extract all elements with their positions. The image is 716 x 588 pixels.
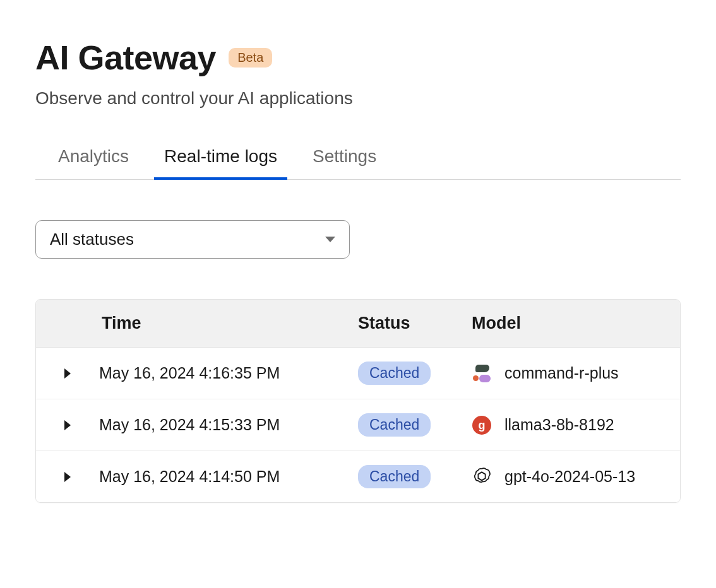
cohere-icon: [472, 363, 492, 384]
cell-time: May 16, 2024 4:15:33 PM: [99, 416, 358, 434]
status-badge: Cached: [358, 362, 431, 385]
column-header-model: Model: [472, 314, 680, 333]
chevron-down-icon: [325, 237, 335, 242]
openai-icon: [472, 467, 492, 487]
status-badge: Cached: [358, 465, 431, 488]
column-header-time: Time: [99, 314, 358, 333]
table-row: May 16, 2024 4:15:33 PM Cached g llama3-…: [36, 399, 680, 451]
cell-model: command-r-plus: [504, 364, 619, 382]
table-header: Time Status Model: [36, 300, 680, 348]
cell-time: May 16, 2024 4:14:50 PM: [99, 467, 358, 486]
cell-model: llama3-8b-8192: [504, 416, 614, 434]
page-title: AI Gateway: [35, 38, 216, 77]
tab-analytics[interactable]: Analytics: [58, 146, 129, 179]
expand-row-icon[interactable]: [64, 368, 71, 379]
tab-settings[interactable]: Settings: [313, 146, 376, 179]
tab-real-time-logs[interactable]: Real-time logs: [164, 146, 277, 179]
table-row: May 16, 2024 4:16:35 PM Cached command-r…: [36, 348, 680, 399]
column-header-status: Status: [358, 314, 472, 333]
expand-row-icon[interactable]: [64, 420, 71, 430]
expand-row-icon[interactable]: [64, 472, 71, 482]
groq-icon: g: [472, 415, 492, 435]
logs-table: Time Status Model May 16, 2024 4:16:35 P…: [35, 299, 681, 503]
status-filter-select[interactable]: All statuses: [35, 220, 350, 259]
cell-model: gpt-4o-2024-05-13: [504, 467, 635, 486]
status-badge: Cached: [358, 413, 431, 437]
table-row: May 16, 2024 4:14:50 PM Cached gpt-4o-20…: [36, 451, 680, 502]
page-subtitle: Observe and control your AI applications: [35, 88, 681, 109]
status-filter-value: All statuses: [50, 230, 134, 249]
tabs: Analytics Real-time logs Settings: [35, 146, 681, 180]
cell-time: May 16, 2024 4:16:35 PM: [99, 364, 358, 382]
beta-badge: Beta: [229, 48, 272, 68]
